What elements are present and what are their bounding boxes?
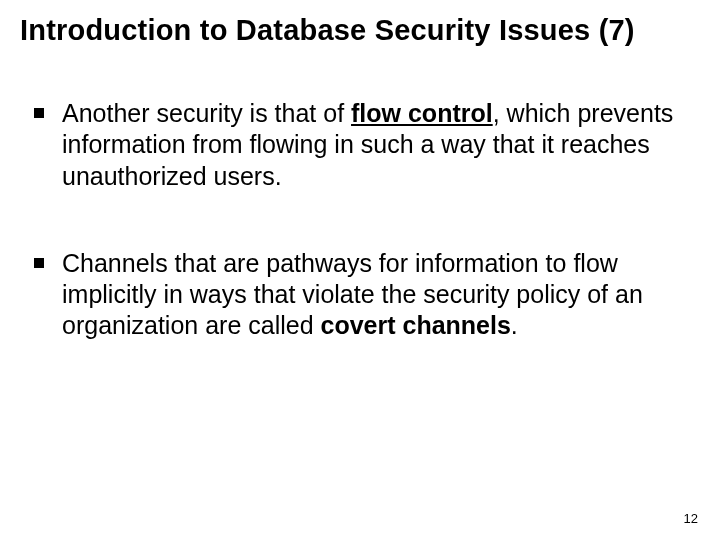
bullet-square-icon (34, 258, 44, 268)
text-run: Another security is that of (62, 99, 351, 127)
emphasis-flow-control: flow control (351, 99, 493, 127)
list-item: Another security is that of flow control… (34, 98, 680, 192)
text-run: . (511, 311, 518, 339)
slide: Introduction to Database Security Issues… (0, 0, 720, 540)
list-item: Channels that are pathways for informati… (34, 248, 680, 342)
page-number: 12 (684, 511, 698, 526)
emphasis-covert-channels: covert channels (321, 311, 511, 339)
slide-body: Another security is that of flow control… (34, 98, 680, 398)
slide-title: Introduction to Database Security Issues… (20, 14, 700, 47)
bullet-text: Another security is that of flow control… (62, 98, 680, 192)
bullet-text: Channels that are pathways for informati… (62, 248, 680, 342)
bullet-square-icon (34, 108, 44, 118)
